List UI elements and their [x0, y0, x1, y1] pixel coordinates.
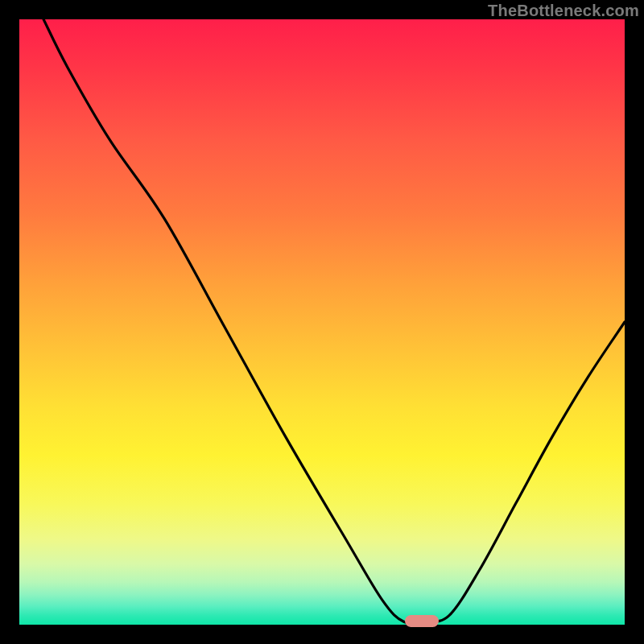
plot-area — [19, 19, 625, 625]
watermark-text: TheBottleneck.com — [488, 2, 639, 20]
curve-path — [43, 19, 625, 623]
chart-frame: TheBottleneck.com — [0, 0, 644, 644]
optimal-marker — [405, 615, 438, 627]
bottleneck-curve — [19, 19, 625, 625]
